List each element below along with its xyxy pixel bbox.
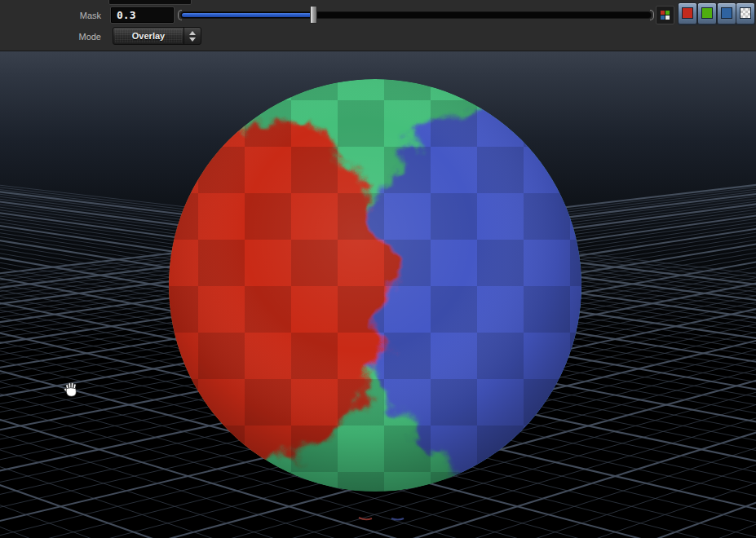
mask-value-input[interactable]: [110, 7, 175, 24]
quad-green: [665, 11, 670, 15]
mask-slider-fill: [182, 13, 314, 17]
red-swatch-chip: [682, 7, 693, 19]
quad-blue: [661, 15, 665, 20]
checker-swatch-chip: [740, 7, 751, 19]
green-swatch-chip: [701, 7, 713, 19]
green-swatch-button[interactable]: [698, 3, 716, 24]
color-quad-icon: [661, 11, 670, 20]
mode-label: Mode: [0, 32, 101, 42]
mode-spinner[interactable]: [183, 28, 201, 44]
red-swatch-button[interactable]: [679, 3, 696, 24]
pan-hand-cursor: [64, 381, 79, 398]
mode-dropdown-value: Overlay: [113, 31, 183, 41]
color-set-button[interactable]: [656, 6, 674, 24]
checker-swatch-button[interactable]: [736, 3, 754, 24]
painted-sphere: [148, 79, 608, 492]
cropped-input-above: [108, 0, 192, 5]
toolbar: Mask Mode Overlay: [0, 0, 756, 51]
viewport-3d[interactable]: [0, 51, 756, 538]
quad-red: [661, 11, 665, 15]
mask-label: Mask: [0, 11, 101, 20]
quad-white: [665, 15, 670, 20]
blue-swatch-button[interactable]: [718, 3, 736, 24]
app-window: Mask Mode Overlay: [0, 0, 756, 538]
mask-slider[interactable]: [181, 6, 651, 24]
mask-slider-handle[interactable]: [310, 6, 317, 24]
mode-dropdown[interactable]: Overlay: [113, 27, 201, 45]
spinner-up-icon[interactable]: [189, 31, 196, 35]
blue-swatch-chip: [721, 7, 732, 19]
spinner-down-icon[interactable]: [189, 37, 196, 42]
scene-canvas: [0, 51, 756, 538]
